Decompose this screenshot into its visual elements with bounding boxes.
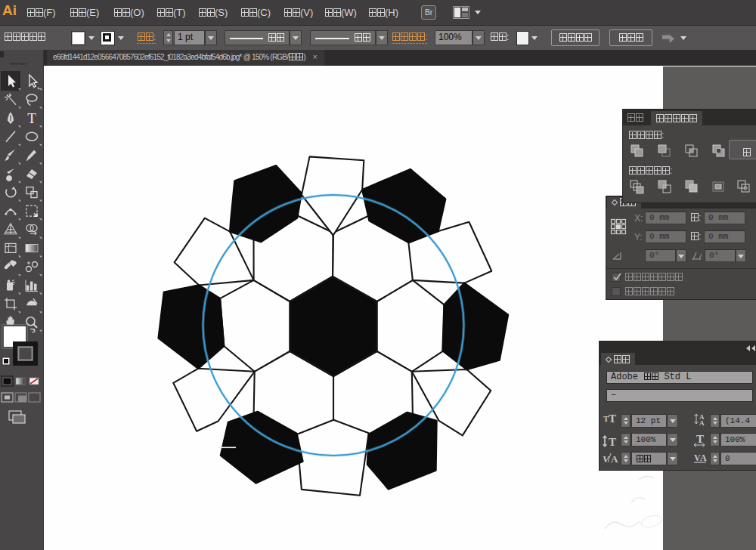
svg-text:A: A xyxy=(699,419,705,427)
svg-text:A: A xyxy=(700,453,707,463)
svg-text:A: A xyxy=(611,453,618,465)
svg-text:T: T xyxy=(609,436,616,448)
svg-text:T: T xyxy=(609,412,616,425)
